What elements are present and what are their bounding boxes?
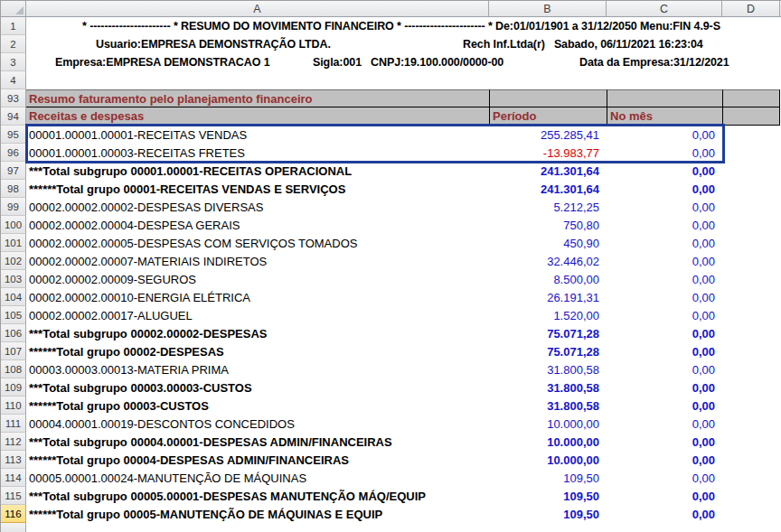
cell-empty-d[interactable] (722, 342, 780, 360)
cell-empty-d[interactable] (722, 397, 780, 415)
row-header[interactable]: 107 (1, 342, 26, 360)
cell-periodo-value[interactable]: 1.520,00 (489, 306, 607, 324)
cell-empty-d[interactable] (722, 451, 780, 469)
cell-header-no-mes[interactable]: No mês (607, 107, 722, 126)
cell-account-label[interactable]: 00002.00002.00017-ALUGUEL (26, 306, 489, 324)
column-header-c[interactable]: C (607, 1, 722, 16)
cell-header-receitas-despesas[interactable]: Receitas e despesas (26, 107, 489, 126)
cell-no-mes-value[interactable]: 0,00 (607, 397, 722, 415)
row-header[interactable]: 3 (1, 53, 26, 71)
cell-account-label[interactable]: ***Total subgrupo 00001.00001-RECEITAS O… (26, 162, 489, 180)
column-header-b[interactable]: B (489, 1, 607, 16)
cell-no-mes-value[interactable]: 0,00 (607, 324, 722, 342)
row-header[interactable]: 103 (1, 270, 26, 288)
row-header[interactable]: 99 (1, 198, 26, 216)
cell-periodo-value[interactable]: 8.500,00 (489, 270, 607, 288)
cell-account-label[interactable]: ***Total subgrupo 00004.00001-DESPESAS A… (26, 433, 489, 451)
cell-account-label[interactable]: 00001.00001.00001-RECEITAS VENDAS (26, 126, 489, 144)
cell-no-mes-value[interactable]: 0,00 (607, 469, 722, 487)
row-header[interactable]: 115 (1, 487, 26, 505)
cell-periodo-value[interactable]: 241.301,64 (489, 180, 607, 198)
cell-periodo-value[interactable]: 10.000,00 (489, 433, 607, 451)
cell-account-label[interactable]: 00002.00002.00009-SEGUROS (26, 270, 489, 288)
row-header[interactable]: 98 (1, 180, 26, 198)
cell-account-label[interactable]: 00002.00002.00005-DESPESAS COM SERVIÇOS … (26, 234, 489, 252)
cell-account-label[interactable]: ******Total grupo 00002-DESPESAS (26, 342, 489, 360)
cell-company-info[interactable]: Empresa:EMPRESA DEMONSTRACAO 1 Sigla:001… (26, 53, 781, 71)
cell-empty-d[interactable] (722, 505, 780, 523)
row-header[interactable]: 102 (1, 252, 26, 270)
cell-section-title[interactable]: Resumo faturamento pelo planejamento fin… (26, 89, 489, 107)
cell-periodo-value[interactable]: 26.191,31 (489, 288, 607, 306)
cell-periodo-value[interactable]: 750,80 (489, 216, 607, 234)
cell-empty-d[interactable] (722, 487, 780, 505)
cell-no-mes-value[interactable]: 0,00 (607, 433, 722, 451)
cell-header-empty-d[interactable] (722, 107, 780, 126)
cell-periodo-value[interactable]: 109,50 (489, 487, 607, 505)
cell-account-label[interactable]: 00002.00002.00004-DESPESA GERAIS (26, 216, 489, 234)
cell-no-mes-value[interactable]: 0,00 (607, 180, 722, 198)
cell-account-label[interactable]: 00001.00001.00003-RECEITAS FRETES (26, 144, 489, 162)
row-header[interactable]: 97 (1, 162, 26, 180)
select-all-corner[interactable] (1, 1, 26, 16)
cell-report-title[interactable]: * ---------------------- * RESUMO DO MOV… (26, 17, 781, 35)
cell-empty-d[interactable] (722, 180, 780, 198)
row-header[interactable]: 108 (1, 360, 26, 378)
cell-empty-d[interactable] (722, 162, 780, 180)
cell-periodo-value[interactable]: 109,50 (489, 505, 607, 523)
cell-empty-b[interactable] (489, 89, 607, 107)
cell-no-mes-value[interactable]: 0,00 (607, 306, 722, 324)
cell-empty-d[interactable] (722, 270, 780, 288)
cell-periodo-value[interactable]: 32.446,02 (489, 252, 607, 270)
row-header[interactable]: 2 (1, 35, 26, 53)
cell-no-mes-value[interactable]: 0,00 (607, 342, 722, 360)
cell-account-label[interactable]: ***Total subgrupo 00003.00003-CUSTOS (26, 378, 489, 397)
cell-no-mes-value[interactable]: 0,00 (607, 487, 722, 505)
cell-no-mes-value[interactable]: 0,00 (607, 234, 722, 252)
cell-no-mes-value[interactable]: 0,00 (607, 288, 722, 306)
cell-empty-d[interactable] (722, 306, 780, 324)
row-header[interactable]: 113 (1, 451, 26, 469)
cell-account-label[interactable]: 00002.00002.00002-DESPESAS DIVERSAS (26, 198, 489, 216)
cell-user-info[interactable]: Usuario:EMPRESA DEMONSTRAÇÃO LTDA. Rech … (26, 35, 781, 53)
cell-empty-d[interactable] (722, 126, 780, 144)
cell-account-label[interactable]: ***Total subgrupo 00002.00002-DESPESAS (26, 324, 489, 342)
column-header-a[interactable]: A (26, 1, 489, 16)
cell-no-mes-value[interactable]: 0,00 (607, 360, 722, 378)
cell-no-mes-value[interactable]: 0,00 (607, 126, 722, 144)
cell-account-label[interactable]: 00005.00001.00024-MANUTENÇÃO DE MÁQUINAS (26, 469, 489, 487)
cell-no-mes-value[interactable]: 0,00 (607, 378, 722, 397)
cell-no-mes-value[interactable]: 0,00 (607, 415, 722, 433)
cell-empty-d[interactable] (722, 360, 780, 378)
row-header[interactable]: 116 (1, 505, 26, 523)
row-header[interactable]: 110 (1, 397, 26, 415)
cell-empty-d[interactable] (722, 433, 780, 451)
row-header[interactable]: 4 (1, 71, 26, 89)
cell-account-label[interactable]: 00004.00001.00019-DESCONTOS CONCEDIDOS (26, 415, 489, 433)
cell-account-label[interactable]: ******Total grupo 00004-DESPESAS ADMIN/F… (26, 451, 489, 469)
cell-empty-d[interactable] (722, 324, 780, 342)
cell-periodo-value[interactable]: 450,90 (489, 234, 607, 252)
row-header-partial[interactable] (1, 523, 26, 532)
cell-account-label[interactable]: 00002.00002.00010-ENERGIA ELÉTRICA (26, 288, 489, 306)
cell-periodo-value[interactable]: 241.301,64 (489, 162, 607, 180)
cell-no-mes-value[interactable]: 0,00 (607, 270, 722, 288)
cell-periodo-value[interactable]: 31.800,58 (489, 397, 607, 415)
cell-empty-c[interactable] (607, 89, 722, 107)
cell-account-label[interactable]: ***Total subgrupo 00005.00001-DESPESAS M… (26, 487, 489, 505)
cell-no-mes-value[interactable]: 0,00 (607, 162, 722, 180)
cell-empty[interactable] (26, 71, 781, 89)
cell-empty-d[interactable] (722, 234, 780, 252)
row-header[interactable]: 104 (1, 288, 26, 306)
row-header[interactable]: 1 (1, 17, 26, 35)
column-header-d[interactable]: D (722, 1, 780, 16)
cell-no-mes-value[interactable]: 0,00 (607, 216, 722, 234)
cell-empty-d[interactable] (722, 378, 780, 397)
cell-empty-d[interactable] (722, 252, 780, 270)
row-header[interactable]: 93 (1, 89, 26, 107)
row-header[interactable]: 106 (1, 324, 26, 342)
row-header[interactable]: 94 (1, 107, 26, 126)
cell-empty-d[interactable] (722, 144, 780, 162)
row-header[interactable]: 105 (1, 306, 26, 324)
cell-no-mes-value[interactable]: 0,00 (607, 451, 722, 469)
